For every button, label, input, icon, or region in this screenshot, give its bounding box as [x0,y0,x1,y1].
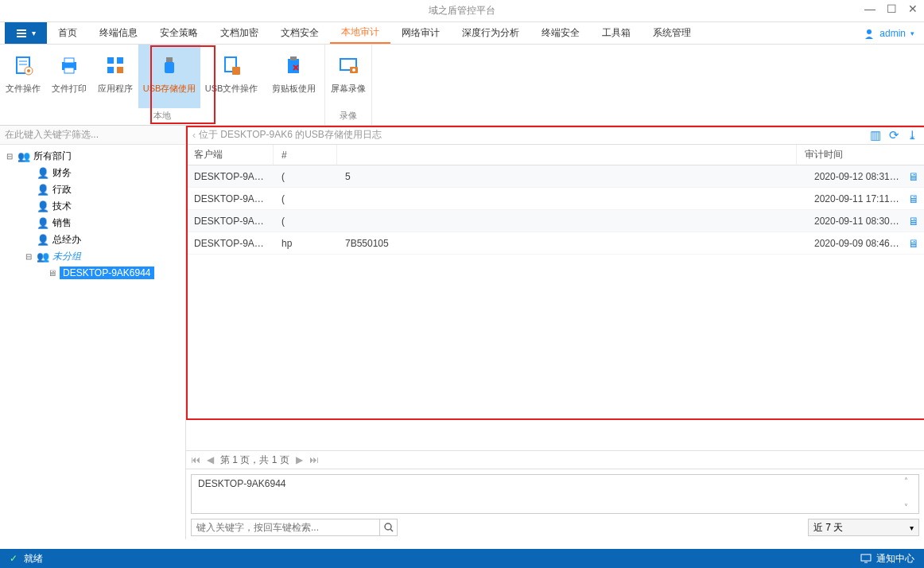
table-row[interactable]: DESKTOP-9AK...(2020-09-11 17:11:24🖥 [186,188,924,210]
menu-item-6[interactable]: 网络审计 [390,22,451,44]
ribbon-label: USB文件操作 [205,83,258,95]
menu-icon [16,28,27,39]
minimize-icon[interactable]: — [864,3,875,14]
col-time[interactable]: 审计时间 [797,145,908,165]
col-client[interactable]: 客户端 [186,145,274,165]
row-monitor-icon[interactable]: 🖥 [908,237,924,250]
breadcrumb: ‹ 位于 DESKTOP-9AK6 的USB存储使用日志 ▥ ⟳ ⤓ [186,126,924,145]
pager-prev-icon[interactable]: ◀ [207,454,214,465]
cell-col3: 7B550105 [337,238,806,249]
tree-dept-0[interactable]: 👤财务 [0,165,185,181]
cell-client: DESKTOP-9AK... [186,216,274,227]
tree-dept-2[interactable]: 👤技术 [0,198,185,215]
bottom-controls: 近 7 天 ▾ [186,519,924,539]
ribbon-label: 文件操作 [6,83,41,95]
notification-center[interactable]: 通知中心 [860,552,914,566]
columns-icon[interactable]: ▥ [870,128,881,142]
tree-root[interactable]: ⊟ 👥 所有部门 [0,148,185,165]
maximize-icon[interactable]: ☐ [887,3,897,14]
svg-rect-14 [107,67,114,73]
record-icon [336,53,361,78]
svg-rect-2 [17,36,26,37]
svg-rect-15 [117,67,123,73]
pager: ⏮ ◀ 第 1 页，共 1 页 ▶ ⏭ [186,450,924,469]
ribbon-label: 屏幕录像 [331,83,366,95]
table-row[interactable]: DESKTOP-9AK...(52020-09-12 08:31:18🖥 [186,165,924,188]
refresh-icon[interactable]: ⟳ [889,128,899,142]
tree-dept-1[interactable]: 👤行政 [0,181,185,198]
app-menu-button[interactable]: ▾ [5,22,47,44]
sidebar-filter[interactable]: 在此键入关键字筛选... [0,126,185,145]
detail-scrollbar[interactable]: ˄ ˅ [904,477,917,512]
usbfile-icon [219,53,244,78]
scroll-up-icon[interactable]: ˄ [904,477,917,485]
ribbon-label: 应用程序 [98,83,133,95]
menu-item-9[interactable]: 工具箱 [591,22,642,44]
print-icon [56,53,82,78]
menu-item-8[interactable]: 终端安全 [530,22,591,44]
pager-first-icon[interactable]: ⏮ [191,454,200,465]
export-icon[interactable]: ⤓ [907,128,918,142]
user-icon [864,28,875,39]
ribbon-item-file[interactable]: 文件操作 [0,45,46,108]
pager-last-icon[interactable]: ⏭ [309,454,319,465]
ribbon-item-usbfile[interactable]: USB文件操作 [200,45,262,108]
svg-rect-1 [17,33,26,34]
col-middle[interactable]: # [274,145,337,165]
svg-rect-0 [17,29,26,31]
menu-item-3[interactable]: 文档加密 [209,22,270,44]
cell-time: 2020-09-12 08:31:18 [806,171,908,182]
ribbon-item-record[interactable]: 屏幕录像 [325,45,371,108]
search-button[interactable] [379,519,397,536]
user-menu[interactable]: admin ▾ [864,22,914,45]
menu-item-10[interactable]: 系统管理 [642,22,702,44]
menu-item-4[interactable]: 文档安全 [270,22,330,44]
cell-client: DESKTOP-9AK... [186,171,274,182]
table-row[interactable]: DESKTOP-9AK...hp7B5501052020-09-09 08:46… [186,232,924,255]
svg-rect-21 [290,56,297,60]
period-select[interactable]: 近 7 天 ▾ [808,519,919,536]
svg-point-25 [385,523,391,530]
pager-next-icon[interactable]: ▶ [296,454,303,465]
cell-col2: ( [274,171,337,182]
cell-col2: ( [274,193,337,204]
tree-ungrouped[interactable]: ⊟ 👥 未分组 [0,248,185,265]
ribbon-item-usb[interactable]: USB存储使用 [138,45,200,108]
statusbar: ✓ 就绪 通知中心 [0,549,924,568]
ribbon-item-print[interactable]: 文件打印 [46,45,92,108]
tree-dept-3[interactable]: 👤销售 [0,215,185,231]
row-monitor-icon[interactable]: 🖥 [908,193,924,205]
ribbon-label: USB存储使用 [143,83,196,95]
row-monitor-icon[interactable]: 🖥 [908,215,924,228]
monitor-icon [860,553,872,564]
menu-item-1[interactable]: 终端信息 [88,22,149,44]
svg-rect-12 [107,57,114,64]
menubar: ▾ 首页终端信息安全策略文档加密文档安全本地审计网络审计深度行为分析终端安全工具… [0,22,924,45]
people-icon: 👤 [37,167,49,179]
chevron-left-icon[interactable]: ‹ [192,130,196,141]
search-input[interactable] [192,522,379,533]
svg-rect-27 [861,554,871,561]
sidebar: 在此键入关键字筛选... ⊟ 👥 所有部门 👤财务👤行政👤技术👤销售👤总经办 ⊟… [0,126,186,539]
svg-rect-10 [64,58,74,63]
menu-item-7[interactable]: 深度行为分析 [451,22,530,44]
menu-item-0[interactable]: 首页 [47,22,88,44]
row-monitor-icon[interactable]: 🖥 [908,170,924,183]
table-body: DESKTOP-9AK...(52020-09-12 08:31:18🖥DESK… [186,165,924,308]
table-row[interactable]: DESKTOP-9AK...(2020-09-11 08:30:40🖥 [186,210,924,232]
pager-text: 第 1 页，共 1 页 [220,453,289,467]
cell-col3: 5 [337,171,806,182]
scroll-down-icon[interactable]: ˅ [904,503,917,512]
menu-item-2[interactable]: 安全策略 [149,22,209,44]
detail-panel: DESKTOP-9AK6944 ˄ ˅ [191,474,919,514]
ribbon-item-clipboard[interactable]: 剪贴板使用 [262,45,324,108]
col-spacer [337,145,797,165]
tree-selected-pc[interactable]: 🖥 DESKTOP-9AK6944 [0,265,185,281]
search-box [191,519,398,536]
close-icon[interactable]: ✕ [908,3,918,14]
cell-client: DESKTOP-9AK... [186,238,274,249]
ribbon-item-apps[interactable]: 应用程序 [92,45,138,108]
tree-dept-4[interactable]: 👤总经办 [0,231,185,248]
menu-item-5[interactable]: 本地审计 [330,22,390,44]
window-title: 域之盾管控平台 [429,4,495,18]
